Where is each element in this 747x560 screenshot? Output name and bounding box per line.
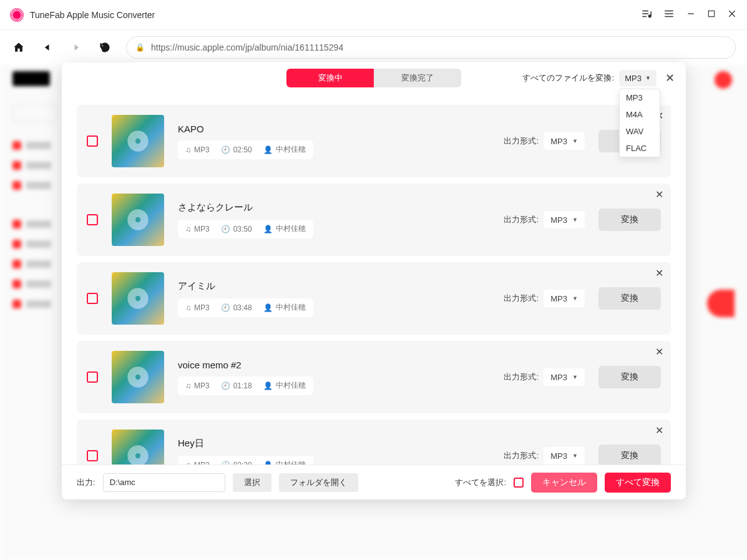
clock-icon: 🕘 bbox=[221, 145, 230, 154]
global-format-value: MP3 bbox=[625, 74, 642, 83]
convert-button[interactable]: 変換 bbox=[598, 445, 661, 464]
track-format-select[interactable]: MP3 ▼ bbox=[544, 132, 585, 150]
track-codec: MP3 bbox=[194, 225, 210, 233]
home-icon[interactable] bbox=[11, 40, 26, 55]
svg-point-3 bbox=[135, 139, 140, 144]
album-cover bbox=[112, 272, 164, 325]
track-duration: 01:18 bbox=[233, 381, 252, 390]
reload-icon[interactable] bbox=[97, 40, 112, 55]
track-row: ✕ さよならクレール ♫MP3 🕘03:50 👤中村佳穂 出力形式: MP3 ▼… bbox=[77, 184, 671, 256]
output-format-label: 出力形式: bbox=[504, 450, 539, 461]
convert-button[interactable]: 変換 bbox=[598, 287, 661, 310]
convert-all-button[interactable]: すべて変換 bbox=[605, 473, 671, 493]
album-cover bbox=[112, 194, 164, 246]
menu-icon[interactable] bbox=[663, 8, 675, 22]
person-icon: 👤 bbox=[263, 303, 273, 312]
music-note-icon: ♫ bbox=[185, 381, 191, 390]
cancel-button[interactable]: キャンセル bbox=[531, 473, 597, 493]
track-duration: 02:30 bbox=[233, 461, 252, 465]
format-dropdown: MP3 M4A WAV FLAC bbox=[619, 89, 660, 157]
track-row: ✕ アイミル ♫MP3 🕘03:48 👤中村佳穂 出力形式: MP3 ▼ 変換 bbox=[77, 262, 671, 335]
person-icon: 👤 bbox=[263, 225, 273, 233]
modal-header: 変換中 変換完了 すべてのファイルを変換: MP3 ▼ MP3 M4A WAV … bbox=[62, 62, 686, 94]
titlebar: TuneFab Apple Music Converter bbox=[0, 0, 747, 30]
output-path-input[interactable] bbox=[103, 473, 225, 492]
window-controls bbox=[641, 8, 737, 22]
track-meta: ♫MP3 🕘01:18 👤中村佳穂 bbox=[178, 376, 313, 395]
track-duration: 03:48 bbox=[233, 303, 252, 312]
track-title: voice memo #2 bbox=[178, 360, 490, 370]
track-codec: MP3 bbox=[194, 303, 210, 312]
format-option-mp3[interactable]: MP3 bbox=[620, 89, 660, 106]
track-title: さよならクレール bbox=[178, 202, 490, 214]
track-format-select[interactable]: MP3 ▼ bbox=[544, 211, 585, 228]
remove-track-button[interactable]: ✕ bbox=[655, 189, 663, 200]
close-window-button[interactable] bbox=[727, 9, 737, 21]
lock-icon: 🔒 bbox=[135, 43, 145, 52]
track-artist: 中村佳穂 bbox=[276, 144, 306, 155]
clock-icon: 🕘 bbox=[221, 303, 230, 312]
remove-track-button[interactable]: ✕ bbox=[655, 425, 663, 436]
format-option-m4a[interactable]: M4A bbox=[620, 106, 660, 123]
track-checkbox[interactable] bbox=[87, 450, 98, 461]
convert-button[interactable]: 変換 bbox=[598, 366, 661, 388]
convert-button[interactable]: 変換 bbox=[598, 209, 661, 231]
track-codec: MP3 bbox=[194, 461, 210, 465]
remove-track-button[interactable]: ✕ bbox=[655, 267, 663, 279]
track-checkbox[interactable] bbox=[87, 293, 98, 304]
track-format-select[interactable]: MP3 ▼ bbox=[544, 447, 585, 464]
app-logo bbox=[10, 8, 24, 22]
conversion-modal: 変換中 変換完了 すべてのファイルを変換: MP3 ▼ MP3 M4A WAV … bbox=[62, 62, 686, 499]
svg-point-7 bbox=[135, 296, 140, 301]
track-meta: ♫MP3 🕘03:48 👤中村佳穂 bbox=[178, 298, 313, 317]
track-title: アイミル bbox=[178, 280, 490, 292]
output-format-label: 出力形式: bbox=[504, 293, 539, 304]
track-format-select[interactable]: MP3 ▼ bbox=[544, 368, 585, 386]
track-title: KAPO bbox=[178, 124, 490, 134]
select-folder-button[interactable]: 選択 bbox=[233, 473, 271, 492]
track-codec: MP3 bbox=[194, 145, 210, 154]
track-checkbox[interactable] bbox=[87, 371, 98, 383]
open-folder-button[interactable]: フォルダを開く bbox=[279, 473, 358, 492]
format-option-wav[interactable]: WAV bbox=[620, 123, 660, 140]
album-cover bbox=[112, 430, 164, 464]
track-format-select[interactable]: MP3 ▼ bbox=[544, 290, 585, 307]
url-text: https://music.apple.com/jp/album/nia/161… bbox=[151, 42, 343, 52]
format-option-flac[interactable]: FLAC bbox=[620, 140, 660, 157]
track-meta: ♫MP3 🕘02:30 👤中村佳穂 bbox=[178, 456, 313, 465]
playlist-icon[interactable] bbox=[641, 8, 652, 22]
chevron-down-icon: ▼ bbox=[645, 75, 651, 81]
tab-converting[interactable]: 変換中 bbox=[286, 69, 374, 87]
maximize-button[interactable] bbox=[707, 9, 716, 21]
track-artist: 中村佳穂 bbox=[276, 302, 306, 313]
clock-icon: 🕘 bbox=[221, 461, 230, 465]
select-all-label: すべてを選択: bbox=[455, 477, 506, 488]
back-icon[interactable] bbox=[40, 40, 55, 55]
track-list[interactable]: ✕ KAPO ♫MP3 🕘02:50 👤中村佳穂 出力形式: MP3 ▼ 変換 … bbox=[62, 94, 686, 464]
status-tabs: 変換中 変換完了 bbox=[286, 69, 461, 87]
track-codec: MP3 bbox=[194, 381, 210, 390]
close-modal-button[interactable]: ✕ bbox=[665, 71, 675, 85]
output-format-label: 出力形式: bbox=[504, 214, 539, 225]
tab-completed[interactable]: 変換完了 bbox=[374, 69, 461, 87]
output-label: 出力: bbox=[77, 477, 95, 488]
minimize-button[interactable] bbox=[686, 9, 696, 21]
track-checkbox[interactable] bbox=[87, 214, 98, 225]
track-checkbox[interactable] bbox=[87, 135, 98, 147]
track-duration: 03:50 bbox=[233, 225, 252, 233]
track-artist: 中村佳穂 bbox=[276, 224, 306, 234]
music-note-icon: ♫ bbox=[185, 303, 191, 312]
chevron-down-icon: ▼ bbox=[572, 453, 578, 459]
svg-rect-1 bbox=[708, 11, 714, 16]
chevron-down-icon: ▼ bbox=[572, 295, 578, 302]
url-bar[interactable]: 🔒 https://music.apple.com/jp/album/nia/1… bbox=[126, 36, 736, 59]
output-format-label: 出力形式: bbox=[504, 135, 539, 147]
track-meta: ♫MP3 🕘03:50 👤中村佳穂 bbox=[178, 220, 313, 238]
select-all-checkbox[interactable] bbox=[514, 478, 524, 488]
track-row: ✕ Hey日 ♫MP3 🕘02:30 👤中村佳穂 出力形式: MP3 ▼ 変換 bbox=[77, 420, 671, 464]
track-title: Hey日 bbox=[178, 438, 490, 449]
remove-track-button[interactable]: ✕ bbox=[655, 346, 663, 358]
svg-point-11 bbox=[135, 453, 140, 458]
global-format-select[interactable]: MP3 ▼ MP3 M4A WAV FLAC bbox=[619, 70, 657, 86]
forward-icon[interactable] bbox=[69, 40, 84, 55]
